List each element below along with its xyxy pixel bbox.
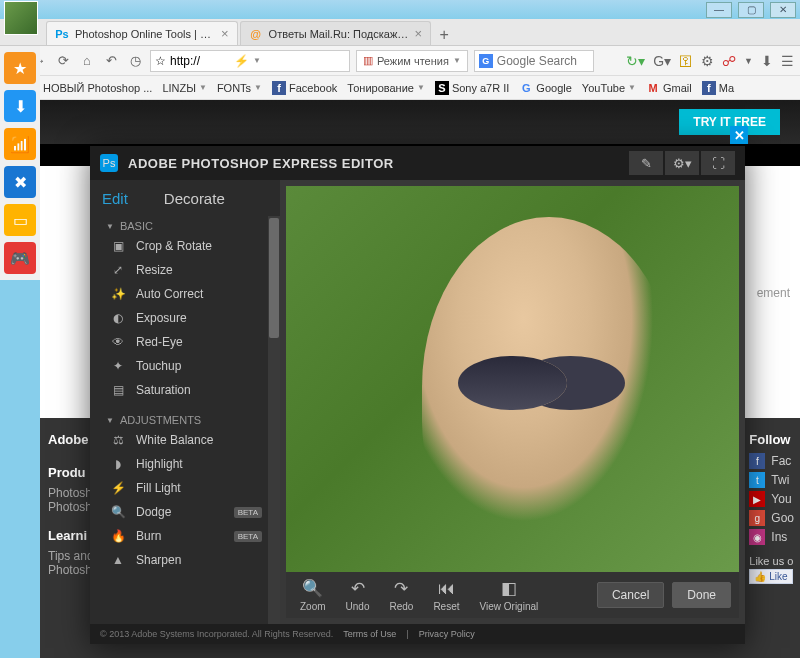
bookmark-facebook[interactable]: fFacebook — [272, 81, 337, 95]
redo-tool[interactable]: ↷Redo — [383, 578, 419, 612]
fullscreen-icon[interactable]: ⛶ — [701, 151, 735, 175]
tool-fill-light[interactable]: ⚡Fill Light — [90, 476, 280, 500]
tool-crop-rotate[interactable]: ▣Crop & Rotate — [90, 234, 280, 258]
tool-label: White Balance — [136, 433, 213, 447]
profile-avatar[interactable] — [4, 1, 38, 35]
done-button[interactable]: Done — [672, 582, 731, 608]
star-icon[interactable]: ☆ — [155, 54, 166, 68]
scrollbar-thumb[interactable] — [269, 218, 279, 338]
menu-icon[interactable]: ☰ — [781, 53, 794, 69]
undo-nav-button[interactable]: ↶ — [102, 52, 120, 70]
google-menu-icon[interactable]: G▾ — [653, 53, 671, 69]
launcher-downloads[interactable]: ⬇ — [4, 90, 36, 122]
section-adjustments[interactable]: ▼ADJUSTMENTS — [90, 410, 280, 428]
key-icon[interactable]: ⚿ — [679, 53, 693, 69]
launcher-tools[interactable]: ✖ — [4, 166, 36, 198]
url-toolbar: ← → ⟳ ⌂ ↶ ◷ ☆ ⚡ ▼ ▥ Режим чтения ▼ G ↻▾ … — [0, 46, 800, 76]
window-minimize-button[interactable]: — — [706, 2, 732, 18]
cancel-button[interactable]: Cancel — [597, 582, 664, 608]
facebook-icon: f — [272, 81, 286, 95]
bookmark-google[interactable]: GGoogle — [519, 81, 571, 95]
window-close-button[interactable]: ✕ — [770, 2, 796, 18]
googleplus-icon: g — [749, 510, 765, 526]
bug-icon[interactable]: ⚙ — [701, 53, 714, 69]
bookmark-gmail[interactable]: MGmail — [646, 81, 692, 95]
view-original-tool[interactable]: ◧View Original — [474, 578, 545, 612]
reload-button[interactable]: ⟳ — [54, 52, 72, 70]
social-instagram[interactable]: ◉Ins — [749, 529, 794, 545]
bookmark-sony[interactable]: SSony a7R II — [435, 81, 509, 95]
settings-gear-icon[interactable]: ⚙▾ — [665, 151, 699, 175]
tool-exposure[interactable]: ◐Exposure — [90, 306, 280, 330]
sidebar-scroll[interactable]: ▼BASIC ▣Crop & Rotate ⤢Resize ✨Auto Corr… — [90, 216, 280, 624]
search-box[interactable]: G — [474, 50, 594, 72]
tool-dodge[interactable]: 🔍DodgeBETA — [90, 500, 280, 524]
social-label: Twi — [771, 473, 789, 487]
tab-close-icon[interactable]: × — [415, 26, 423, 41]
footer-link[interactable]: Tips and — [48, 549, 94, 563]
tool-auto-correct[interactable]: ✨Auto Correct — [90, 282, 280, 306]
reader-mode-button[interactable]: ▥ Режим чтения ▼ — [356, 50, 468, 72]
tool-touchup[interactable]: ✦Touchup — [90, 354, 280, 378]
bookmark-toning[interactable]: Тонирование▼ — [347, 82, 425, 94]
tool-white-balance[interactable]: ⚖White Balance — [90, 428, 280, 452]
social-twitter[interactable]: tTwi — [749, 472, 794, 488]
window-maximize-button[interactable]: ▢ — [738, 2, 764, 18]
robot-icon[interactable]: ☍ — [722, 53, 736, 69]
photo-canvas[interactable] — [286, 186, 739, 572]
thumb-icon: 👍 — [754, 571, 766, 582]
tool-sharpen[interactable]: ▲Sharpen — [90, 548, 280, 572]
privacy-link[interactable]: Privacy Policy — [419, 629, 475, 639]
social-google[interactable]: gGoo — [749, 510, 794, 526]
launcher-favorites[interactable]: ★ — [4, 52, 36, 84]
sync-icon[interactable]: ↻▾ — [626, 53, 645, 69]
footer-link[interactable]: Photosh — [48, 500, 94, 514]
terms-link[interactable]: Terms of Use — [343, 629, 396, 639]
tool-highlight[interactable]: ◗Highlight — [90, 452, 280, 476]
collapse-icon: ▼ — [106, 416, 114, 425]
like-us-label: Like us o — [749, 555, 794, 567]
launcher-rss[interactable]: 📶 — [4, 128, 36, 160]
footer-link[interactable]: Photosh — [48, 486, 94, 500]
tool-resize[interactable]: ⤢Resize — [90, 258, 280, 282]
balance-icon: ⚖ — [110, 433, 126, 447]
url-box[interactable]: ☆ ⚡ ▼ — [150, 50, 350, 72]
tab-photoshop[interactable]: Ps Photoshop Online Tools | Phot... × — [46, 21, 238, 45]
tab-mailru[interactable]: @ Ответы Mail.Ru: Подскажите он... × — [240, 21, 432, 45]
sidebar-scrollbar[interactable] — [268, 216, 280, 624]
new-tab-button[interactable]: + — [433, 25, 455, 45]
search-input[interactable] — [497, 54, 577, 68]
home-button[interactable]: ⌂ — [78, 52, 96, 70]
tab-edit[interactable]: Edit — [102, 190, 128, 207]
bookmark-linzy[interactable]: LINZЫ▼ — [162, 82, 207, 94]
launcher-games[interactable]: 🎮 — [4, 242, 36, 274]
tab-decorate[interactable]: Decorate — [164, 190, 225, 207]
tab-close-icon[interactable]: × — [221, 26, 229, 41]
section-basic[interactable]: ▼BASIC — [90, 216, 280, 234]
tool-saturation[interactable]: ▤Saturation — [90, 378, 280, 402]
dropdown-icon[interactable]: ▼ — [253, 56, 261, 65]
zoom-tool[interactable]: 🔍Zoom — [294, 578, 332, 612]
editor-close-button[interactable]: ✕ — [730, 126, 748, 144]
bookmark-new-photoshop[interactable]: PsНОВЫЙ Photoshop ... — [26, 81, 152, 95]
download-icon[interactable]: ⬇ — [761, 53, 773, 69]
dropdown-icon[interactable]: ▼ — [453, 56, 461, 65]
url-input[interactable] — [170, 54, 230, 68]
social-youtube[interactable]: ▶You — [749, 491, 794, 507]
footer-link[interactable]: Photosh — [48, 563, 94, 577]
tool-burn[interactable]: 🔥BurnBETA — [90, 524, 280, 548]
fb-like-button[interactable]: 👍Like — [749, 569, 792, 584]
tool-red-eye[interactable]: 👁Red-Eye — [90, 330, 280, 354]
bookmark-label: YouTube — [582, 82, 625, 94]
launcher-notes[interactable]: ▭ — [4, 204, 36, 236]
brush-tool-icon[interactable]: ✎ — [629, 151, 663, 175]
bookmark-ma[interactable]: fMa — [702, 81, 734, 95]
reset-tool[interactable]: ⏮Reset — [427, 579, 465, 612]
bookmark-youtube[interactable]: YouTube▼ — [582, 82, 636, 94]
bookmark-fonts[interactable]: FONTs▼ — [217, 82, 262, 94]
dropdown-icon[interactable]: ▼ — [744, 56, 753, 66]
stop-button[interactable]: ◷ — [126, 52, 144, 70]
tool-label: Resize — [136, 263, 173, 277]
social-facebook[interactable]: fFac — [749, 453, 794, 469]
undo-tool[interactable]: ↶Undo — [340, 578, 376, 612]
